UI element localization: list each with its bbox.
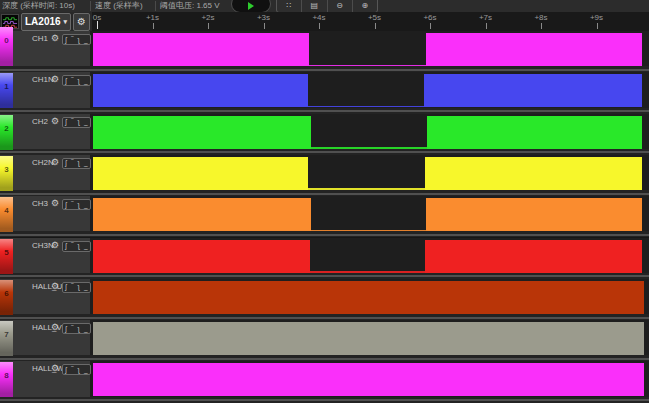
row-separator-line [0,358,649,360]
row-separator-line [0,275,649,277]
channel-gear-icon[interactable]: ⚙ [51,157,59,167]
trigger-high-level-icon[interactable]: ‾ [71,283,73,291]
trigger-rising-edge-icon[interactable]: ʃ [65,242,66,250]
trigger-rising-edge-icon[interactable]: ʃ [65,77,66,85]
channel-color-strip: 8 [0,362,13,397]
trigger-selector-group: ʃ‾ʅ_ [62,241,91,252]
app-window: 深度 (采样时间: 10s) 速度 (采样率) 阈值电压: 1.65 V ∷ ▤… [0,0,649,403]
channel-row-ch1n: 1CH1N⚙ʃ‾ʅ_ [0,72,649,113]
trigger-falling-edge-icon[interactable]: ʅ [78,325,79,333]
trigger-low-level-icon[interactable]: _ [84,159,88,167]
trigger-high-level-icon[interactable]: ‾ [71,242,73,250]
trigger-low-level-icon[interactable]: _ [84,242,88,250]
channel-gear-icon[interactable]: ⚙ [51,33,59,43]
channel-color-strip: 3 [0,156,13,191]
trigger-low-level-icon[interactable]: _ [84,77,88,85]
channel-gear-icon[interactable]: ⚙ [51,281,59,291]
trigger-high-level-icon[interactable]: ‾ [71,201,73,209]
channel-gear-icon[interactable]: ⚙ [51,322,59,332]
trigger-high-level-icon[interactable]: ‾ [71,325,73,333]
trigger-falling-edge-icon[interactable]: ʅ [78,283,79,291]
row-separator-line [0,151,649,153]
channel-rows: 0CH1⚙ʃ‾ʅ_1CH1N⚙ʃ‾ʅ_2CH2⚙ʃ‾ʅ_3CH2N⚙ʃ‾ʅ_4C… [0,0,649,403]
channel-name-label: CH2 [32,117,48,126]
signal-high-segment [93,240,310,273]
channel-row-ch3: 4CH3⚙ʃ‾ʅ_ [0,196,649,237]
channel-color-strip: 5 [0,239,13,274]
trigger-rising-edge-icon[interactable]: ʃ [65,201,66,209]
row-separator-line [0,110,649,112]
trigger-low-level-icon[interactable]: _ [84,283,88,291]
row-separator-line [0,317,649,319]
channel-row-ch2n: 3CH2N⚙ʃ‾ʅ_ [0,155,649,196]
channel-number: 1 [0,82,13,91]
trigger-falling-edge-icon[interactable]: ʅ [78,201,79,209]
channel-number: 8 [0,371,13,380]
trigger-low-level-icon[interactable]: _ [84,201,88,209]
trigger-rising-edge-icon[interactable]: ʃ [65,118,66,126]
channel-gear-icon[interactable]: ⚙ [51,240,59,250]
channel-name-label: HALL_W [32,364,64,373]
channel-number: 0 [0,36,13,45]
trigger-falling-edge-icon[interactable]: ʅ [78,36,79,44]
channel-number: 6 [0,289,13,298]
trigger-high-level-icon[interactable]: ‾ [71,36,73,44]
channel-color-strip: 6 [0,280,13,315]
channel-row-ch1: 0CH1⚙ʃ‾ʅ_ [0,31,649,72]
channel-number: 2 [0,124,13,133]
trigger-falling-edge-icon[interactable]: ʅ [78,159,79,167]
signal-high-segment [425,240,642,273]
trigger-falling-edge-icon[interactable]: ʅ [78,77,79,85]
channel-color-strip: 7 [0,321,13,356]
trigger-low-level-icon[interactable]: _ [84,118,88,126]
trigger-rising-edge-icon[interactable]: ʃ [65,36,66,44]
trigger-selector-group: ʃ‾ʅ_ [62,282,91,293]
signal-high-segment [93,116,311,149]
signal-high-segment [93,157,308,190]
signal-high-segment [426,198,642,231]
trigger-selector-group: ʃ‾ʅ_ [62,199,91,210]
trigger-rising-edge-icon[interactable]: ʃ [65,366,66,374]
channel-number: 7 [0,330,13,339]
channel-color-strip: 1 [0,73,13,108]
signal-high-segment [93,363,644,396]
trigger-low-level-icon[interactable]: _ [84,325,88,333]
channel-row-ch3n: 5CH3N⚙ʃ‾ʅ_ [0,238,649,279]
trigger-high-level-icon[interactable]: ‾ [71,159,73,167]
trigger-high-level-icon[interactable]: ‾ [71,366,73,374]
signal-high-segment [425,157,642,190]
row-separator-line [0,69,649,71]
trigger-rising-edge-icon[interactable]: ʃ [65,283,66,291]
trigger-falling-edge-icon[interactable]: ʅ [78,366,79,374]
trigger-selector-group: ʃ‾ʅ_ [62,323,91,334]
signal-high-segment [427,116,642,149]
trigger-high-level-icon[interactable]: ‾ [71,77,73,85]
signal-high-segment [93,33,309,66]
signal-high-segment [424,74,642,107]
channel-color-strip: 4 [0,197,13,232]
channel-row-hall_w: 8HALL_W⚙ʃ‾ʅ_ [0,361,649,402]
channel-color-strip: 2 [0,115,13,150]
channel-row-hall_v: 7HALL_V⚙ʃ‾ʅ_ [0,320,649,361]
trigger-high-level-icon[interactable]: ‾ [71,118,73,126]
trigger-selector-group: ʃ‾ʅ_ [62,364,91,375]
channel-gear-icon[interactable]: ⚙ [51,198,59,208]
channel-gear-icon[interactable]: ⚙ [51,363,59,373]
trigger-rising-edge-icon[interactable]: ʃ [65,325,66,333]
channel-name-label: CH3 [32,199,48,208]
trigger-falling-edge-icon[interactable]: ʅ [78,118,79,126]
trigger-selector-group: ʃ‾ʅ_ [62,34,91,45]
row-separator [0,397,649,403]
channel-gear-icon[interactable]: ⚙ [51,74,59,84]
signal-high-segment [93,281,644,314]
channel-gear-icon[interactable]: ⚙ [51,116,59,126]
trigger-low-level-icon[interactable]: _ [84,36,88,44]
trigger-falling-edge-icon[interactable]: ʅ [78,242,79,250]
signal-high-segment [93,198,311,231]
trigger-rising-edge-icon[interactable]: ʃ [65,159,66,167]
signal-high-segment [93,74,308,107]
channel-number: 4 [0,206,13,215]
trigger-selector-group: ʃ‾ʅ_ [62,117,91,128]
channel-row-ch2: 2CH2⚙ʃ‾ʅ_ [0,114,649,155]
trigger-low-level-icon[interactable]: _ [84,366,88,374]
